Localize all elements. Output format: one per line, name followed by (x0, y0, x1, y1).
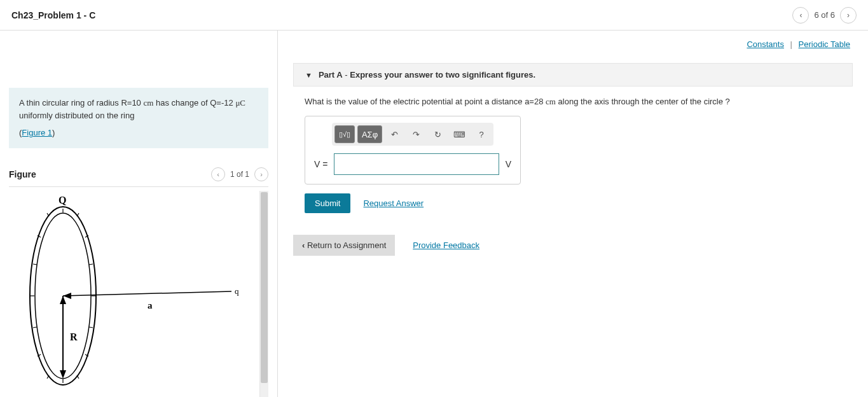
label-a: a (148, 300, 153, 310)
answer-box: ▯√▯ ΑΣφ ↶ ↷ ↻ ⌨ ? V = V (305, 116, 521, 185)
reference-links: Constants | Periodic Table (278, 31, 868, 55)
figure-scrollbar[interactable]: ▲ ▼ (259, 191, 268, 398)
problem-text: has change of Q=-12 (153, 98, 235, 108)
equation-toolbar: ▯√▯ ΑΣφ ↶ ↷ ↻ ⌨ ? (332, 123, 493, 146)
part-label: Part A - Express your answer to two sign… (319, 70, 535, 80)
figure-prev-button[interactable]: ‹ (211, 167, 225, 181)
problem-text: uniformly distributed on the ring (19, 111, 134, 120)
constants-link[interactable]: Constants (747, 39, 784, 49)
unit-microcoulomb: μC (235, 98, 245, 108)
provide-feedback-link[interactable]: Provide Feedback (413, 240, 479, 250)
unit-cm: cm (546, 97, 556, 106)
label-R: R (70, 331, 78, 342)
greek-symbols-button[interactable]: ΑΣφ (357, 125, 382, 143)
scroll-thumb[interactable] (261, 192, 268, 383)
answer-input[interactable] (334, 153, 499, 175)
link-separator: | (790, 39, 792, 49)
svg-line-7 (33, 264, 37, 265)
figure-heading: Figure (9, 169, 36, 179)
next-page-button[interactable]: › (840, 7, 857, 24)
page-nav: ‹ 6 of 6 › (792, 7, 857, 24)
svg-line-12 (89, 327, 93, 328)
svg-line-8 (89, 264, 93, 265)
svg-marker-19 (60, 296, 66, 304)
return-to-assignment-button[interactable]: Return to Assignment (293, 235, 395, 256)
unit-cm: cm (143, 98, 153, 108)
figure-nav: ‹ 1 of 1 › (211, 167, 268, 181)
reset-button[interactable]: ↻ (428, 125, 447, 143)
svg-line-11 (33, 327, 37, 328)
figure-next-button[interactable]: › (254, 167, 268, 181)
assignment-title: Ch23_Problem 1 - C (11, 10, 95, 20)
undo-button[interactable]: ↶ (385, 125, 404, 143)
svg-marker-22 (63, 293, 71, 299)
templates-button[interactable]: ▯√▯ (334, 125, 355, 143)
answer-unit: V (506, 159, 511, 169)
periodic-table-link[interactable]: Periodic Table (799, 39, 850, 49)
ring-diagram: Q R a q (9, 191, 260, 398)
label-Q: Q (59, 195, 66, 205)
top-bar: Ch23_Problem 1 - C ‹ 6 of 6 › (0, 0, 868, 31)
figure-page-indicator: 1 of 1 (230, 170, 249, 179)
redo-button[interactable]: ↷ (406, 125, 425, 143)
svg-line-21 (63, 291, 231, 296)
label-q: q (235, 286, 239, 296)
question-text: What is the value of the electric potent… (278, 87, 868, 116)
help-button[interactable]: ? (472, 125, 491, 143)
submit-button[interactable]: Submit (305, 193, 350, 213)
problem-text: A thin circular ring of radius R=10 (19, 98, 143, 108)
part-a-header[interactable]: ▼ Part A - Express your answer to two si… (293, 63, 853, 87)
prev-page-button[interactable]: ‹ (792, 7, 809, 24)
page-indicator: 6 of 6 (814, 10, 835, 20)
figure-viewport: Q R a q ▲ ▼ (9, 191, 268, 398)
problem-statement: A thin circular ring of radius R=10 cm h… (9, 88, 268, 148)
keyboard-button[interactable]: ⌨ (450, 125, 469, 143)
collapse-caret-icon: ▼ (305, 71, 312, 79)
svg-marker-20 (60, 370, 66, 379)
figure-link[interactable]: Figure 1 (22, 128, 52, 137)
request-answer-link[interactable]: Request Answer (363, 198, 424, 208)
answer-lhs: V = (314, 159, 327, 169)
